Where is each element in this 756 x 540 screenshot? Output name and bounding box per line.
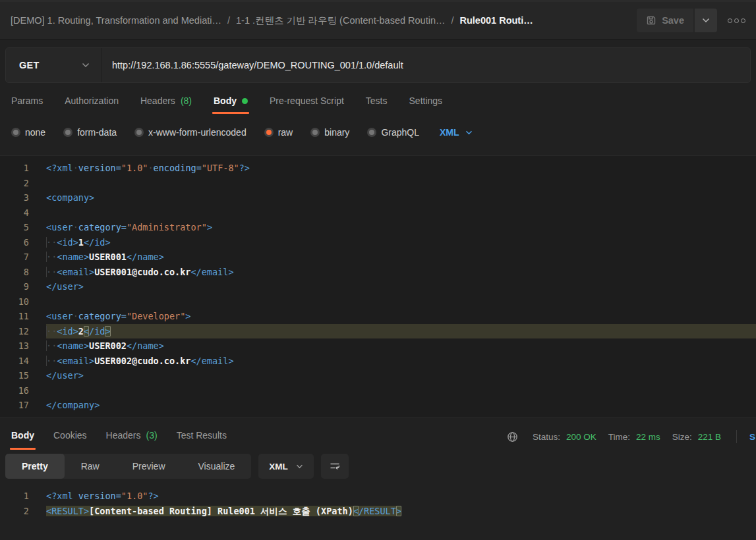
code-token: ·: [73, 163, 78, 173]
mode-label: binary: [324, 127, 349, 138]
code-line[interactable]: 8··<email>USER001@cudo.co.kr</email>: [0, 265, 756, 280]
code-token: =: [116, 491, 121, 501]
code-token: USER001@cudo.co.kr: [94, 267, 190, 277]
tab-settings[interactable]: Settings: [409, 92, 443, 114]
line-number: 1: [0, 489, 46, 504]
code-token: <user: [46, 311, 73, 321]
selected-text: <RESULT>[Content-based Routing] Rule001 …: [46, 506, 401, 516]
raw-language-selector[interactable]: XML: [440, 127, 473, 138]
tab-response-cookies[interactable]: Cookies: [53, 423, 87, 450]
response-language-selector[interactable]: XML: [258, 454, 314, 479]
tab-response-headers[interactable]: Headers (3): [106, 423, 158, 450]
line-number: 15: [0, 368, 46, 383]
code-text: [46, 294, 756, 310]
tab-response-body[interactable]: Body: [11, 423, 34, 450]
divider: [736, 430, 737, 443]
code-token: =: [116, 163, 121, 173]
code-line[interactable]: 5<user·category="Administrator">: [0, 220, 756, 235]
code-line[interactable]: 12··<id>2</id>: [0, 324, 756, 339]
view-raw[interactable]: Raw: [65, 454, 116, 479]
line-number: 8: [0, 265, 46, 280]
radio-icon: [63, 128, 73, 137]
code-text: <RESULT>[Content-based Routing] Rule001 …: [46, 504, 756, 519]
url-input[interactable]: http://192.168.1.86:5555/gateway/DEMO_RO…: [102, 60, 403, 70]
breadcrumb-folder[interactable]: 1-1 .컨텐츠 기반 라우팅 (Content-based Routin…: [236, 14, 446, 27]
line-number: 13: [0, 338, 46, 354]
body-mode-x-www-form-urlencoded[interactable]: x-www-form-urlencoded: [134, 127, 247, 138]
save-button-label: Save: [662, 15, 684, 26]
tab-label: Headers: [140, 95, 175, 106]
code-line[interactable]: 6··<id>1</id>: [0, 235, 756, 250]
response-toolbar: Pretty Raw Preview Visualize XML: [0, 454, 756, 479]
code-line[interactable]: 10: [0, 294, 756, 310]
globe-icon[interactable]: [507, 431, 518, 443]
save-button[interactable]: Save: [637, 9, 693, 32]
view-label: Raw: [81, 461, 100, 472]
response-body-viewer[interactable]: 1<?xml version="1.0"?>2<RESULT>[Content-…: [0, 489, 756, 518]
code-text: <?xml version="1.0"?>: [46, 489, 756, 504]
body-mode-raw[interactable]: raw: [264, 127, 293, 138]
code-line[interactable]: 1<?xml·version="1.0"·encoding="UTF-8"?>: [0, 161, 756, 176]
tab-test-results[interactable]: Test Results: [177, 423, 227, 450]
tab-params[interactable]: Params: [11, 92, 43, 114]
view-preview[interactable]: Preview: [116, 454, 182, 479]
response-status-bar: Status: 200 OK Time: 22 ms Size: 221 B S: [507, 430, 756, 443]
tab-body[interactable]: Body: [214, 92, 248, 114]
code-token: >: [207, 222, 212, 232]
code-line[interactable]: 2<RESULT>[Content-based Routing] Rule001…: [0, 504, 756, 519]
breadcrumb-request-name[interactable]: Rule001 Routi…: [460, 15, 533, 26]
save-options-button[interactable]: [695, 9, 717, 32]
code-line[interactable]: 13··<name>USER002</name>: [0, 338, 756, 354]
code-line[interactable]: 1<?xml version="1.0"?>: [0, 489, 756, 504]
body-mode-none[interactable]: none: [11, 127, 45, 138]
body-mode-binary[interactable]: binary: [310, 127, 349, 138]
line-number: 7: [0, 250, 46, 265]
status-label: Status:: [533, 432, 560, 442]
code-token: "Administrator": [127, 222, 207, 232]
body-mode-graphql[interactable]: GraphQL: [367, 127, 419, 138]
code-token: category: [78, 311, 121, 321]
code-line[interactable]: 7··<name>USER001</name>: [0, 250, 756, 265]
code-token: <name>: [57, 252, 89, 262]
breadcrumb-collection[interactable]: [DEMO] 1. Routing, Transformation and Me…: [11, 15, 221, 26]
more-options-button[interactable]: [726, 16, 747, 26]
code-line[interactable]: 15</user>: [0, 368, 756, 383]
code-token: >: [396, 506, 401, 516]
method-selector[interactable]: GET: [6, 48, 102, 82]
code-line[interactable]: 4: [0, 205, 756, 221]
more-options-icon: [741, 18, 745, 23]
code-line[interactable]: 2: [0, 176, 756, 191]
code-token: ·: [148, 163, 153, 173]
tab-label: Body: [11, 430, 34, 441]
wrap-lines-button[interactable]: [321, 454, 349, 479]
request-url-bar: GET http://192.168.1.86:5555/gateway/DEM…: [5, 47, 751, 83]
tab-tests[interactable]: Tests: [366, 92, 388, 114]
code-token: </name>: [127, 252, 164, 262]
code-text: </company>: [46, 398, 756, 413]
code-token: 2: [78, 326, 84, 337]
view-pretty[interactable]: Pretty: [5, 454, 65, 479]
code-line[interactable]: 16: [0, 383, 756, 398]
code-line[interactable]: 3<company>: [0, 190, 756, 205]
code-text: <user·category="Administrator">: [46, 220, 756, 235]
body-mode-row: none form-data x-www-form-urlencoded raw…: [0, 123, 756, 142]
tab-label: Body: [214, 95, 237, 106]
code-line[interactable]: 11<user·category="Developer">: [0, 309, 756, 324]
save-response-link[interactable]: S: [749, 432, 756, 442]
view-visualize[interactable]: Visualize: [182, 454, 252, 479]
tab-headers[interactable]: Headers (8): [140, 92, 192, 114]
code-token: <RESULT>: [46, 506, 89, 516]
breadcrumb-separator: /: [451, 15, 453, 26]
view-label: Visualize: [198, 461, 235, 472]
body-mode-form-data[interactable]: form-data: [63, 127, 117, 138]
code-line[interactable]: 9</user>: [0, 279, 756, 294]
tab-pre-request-script[interactable]: Pre-request Script: [270, 92, 344, 114]
request-body-editor[interactable]: 1<?xml·version="1.0"·encoding="UTF-8"?>2…: [0, 155, 756, 418]
tab-label: Pre-request Script: [270, 95, 344, 106]
more-options-icon: [734, 18, 739, 23]
code-line[interactable]: 17</company>: [0, 398, 756, 413]
tab-authorization[interactable]: Authorization: [65, 92, 119, 114]
code-line[interactable]: 14··<email>USER002@cudo.co.kr</email>: [0, 354, 756, 369]
code-text: ··<id>1</id>: [46, 235, 756, 250]
request-tabs: Params Authorization Headers (8) Body Pr…: [0, 92, 756, 114]
